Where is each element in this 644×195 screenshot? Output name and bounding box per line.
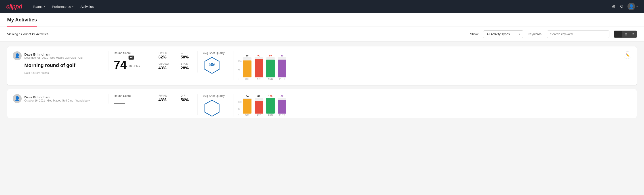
bar-value: 89 — [281, 54, 284, 57]
search-input[interactable] — [547, 30, 610, 38]
list-dense-icon: ☰ — [616, 32, 620, 36]
page-title: My Activities — [7, 17, 37, 26]
stat-fw-hit: FW Hit 62% — [158, 51, 176, 60]
player-row: 👤 Dave Billingham October 16, 2021 · Gog… — [13, 94, 106, 103]
round-score-label: Round Score — [114, 51, 153, 55]
activity-card: 👤 Dave Billingham October 16, 2021 · Gog… — [7, 89, 637, 118]
chevron-down-icon: ▾ — [518, 32, 520, 36]
hexagon-value: 89 — [209, 62, 215, 68]
keywords-label: Keywords: — [528, 32, 542, 36]
show-label: Show: — [470, 32, 479, 36]
bar-label: APP — [256, 114, 261, 116]
player-name: Dave Billingham — [24, 52, 82, 56]
viewing-total: 29 — [32, 32, 36, 36]
score-main: 74 +4 18 Holes — [114, 56, 153, 70]
player-info: Dave Billingham December 05, 2021 · Gog … — [24, 52, 82, 59]
player-date: December 05, 2021 · Gog Magog Golf Club … — [24, 56, 82, 59]
navbar: clippd Teams ▾ Performance ▾ Activities … — [0, 0, 644, 13]
quality-label: Avg Shot Quality — [203, 51, 225, 55]
round-score-label: Round Score — [114, 94, 153, 98]
bar-value: 90 — [258, 54, 260, 57]
avatar: 👤 — [13, 51, 22, 60]
player-date: October 16, 2021 · Gog Magog Golf Club -… — [24, 99, 90, 102]
bar-label: OTT — [245, 114, 250, 116]
hexagon-chart — [203, 99, 221, 115]
stat-fw-hit: FW Hit 43% — [158, 94, 176, 102]
stat-value: 43% — [158, 66, 176, 70]
bar-value: 89 — [269, 54, 272, 57]
chevron-down-icon: ▾ — [44, 5, 45, 8]
chevron-down-icon: ▾ — [636, 5, 638, 8]
view-toggle: ☰ ⊞ ≡ — [614, 30, 637, 38]
bar-value: 106 — [268, 95, 272, 98]
bar-label: PUTT — [279, 114, 285, 116]
stat-label: GIR — [181, 94, 198, 97]
stat-value: 50% — [181, 55, 198, 60]
list-dense-view-button[interactable]: ☰ — [614, 31, 622, 38]
card-bar-chart: 100 50 0 85 OTT 90 — [233, 51, 624, 80]
bar-label: APP — [256, 78, 261, 80]
stat-value: 43% — [158, 98, 176, 102]
chart-y-min: 0 — [238, 78, 242, 80]
bar-label: PUTT — [279, 78, 285, 80]
stat-value: 62% — [158, 55, 176, 60]
viewing-count: 12 — [19, 32, 22, 36]
activity-title: Morning round of golf — [24, 62, 106, 68]
grid-view-button[interactable]: ⊞ — [622, 31, 630, 38]
stat-label: Up/Down — [158, 62, 176, 65]
avatar: 👤 — [13, 94, 22, 103]
card-avg-shot-quality: Avg Shot Quality 89 — [198, 51, 233, 72]
card-score: Round Score 74 +4 18 Holes — [108, 51, 153, 70]
activity-type-dropdown[interactable]: All Activity Types ▾ — [483, 30, 523, 38]
data-source: Data Source: Arccos — [24, 72, 106, 74]
list-icon: ≡ — [632, 32, 634, 36]
player-info: Dave Billingham October 16, 2021 · Gog M… — [24, 95, 90, 102]
chart-y-mid: 50 — [238, 69, 242, 72]
nav-performance[interactable]: Performance ▾ — [49, 3, 76, 10]
stat-value: 56% — [181, 98, 198, 102]
nav-links: Teams ▾ Performance ▾ Activities — [30, 3, 604, 10]
nav-activities[interactable]: Activities — [78, 3, 96, 10]
player-name: Dave Billingham — [24, 95, 90, 99]
card-bar-chart: 100 50 0 94 OTT 82 — [233, 94, 631, 116]
score-holes: 18 Holes — [128, 64, 140, 70]
nav-right: ⊕ ↻ 👤 ▾ — [612, 3, 638, 10]
user-menu[interactable]: 👤 ▾ — [628, 3, 638, 10]
quality-label: Avg Shot Quality — [203, 94, 225, 98]
stat-label: 1 Putt — [181, 62, 198, 65]
card-avg-shot-quality: Avg Shot Quality — [198, 94, 233, 115]
edit-button[interactable]: ✏️ — [624, 51, 631, 59]
player-row: 👤 Dave Billingham December 05, 2021 · Go… — [13, 51, 106, 60]
stat-label: GIR — [181, 51, 198, 54]
score-number: 74 — [114, 59, 127, 70]
stat-one-putt: 1 Putt 28% — [181, 62, 198, 70]
list-view-button[interactable]: ≡ — [630, 31, 637, 38]
add-icon[interactable]: ⊕ — [612, 4, 616, 9]
stat-updown: Up/Down 43% — [158, 62, 176, 70]
bar-value: 82 — [258, 95, 260, 98]
avatar[interactable]: 👤 — [628, 3, 635, 10]
stat-gir: GIR 50% — [181, 51, 198, 60]
grid-icon: ⊞ — [624, 32, 627, 36]
stat-value: 28% — [181, 66, 198, 70]
score-badge: +4 — [128, 56, 134, 60]
viewing-text: Viewing 12 out of 29 Activities — [7, 32, 466, 36]
chevron-down-icon: ▾ — [72, 5, 74, 8]
nav-teams[interactable]: Teams ▾ — [30, 3, 48, 10]
hexagon-chart: 89 — [203, 56, 221, 72]
main-content: 👤 Dave Billingham December 05, 2021 · Go… — [0, 42, 644, 122]
page-header: My Activities — [0, 13, 644, 27]
stat-label: FW Hit — [158, 51, 176, 54]
refresh-icon[interactable]: ↻ — [620, 4, 624, 9]
bar-label: OTT — [245, 78, 250, 80]
card-stats: FW Hit 43% GIR 56% — [153, 94, 198, 102]
stat-gir: GIR 56% — [181, 94, 198, 102]
app-logo[interactable]: clippd — [6, 3, 22, 10]
card-stats: FW Hit 62% GIR 50% Up/Down 43% 1 Putt 28… — [153, 51, 198, 70]
dropdown-value: All Activity Types — [486, 32, 516, 36]
stat-label: FW Hit — [158, 94, 176, 97]
bar-value: 94 — [246, 95, 248, 98]
bar-label: ARG — [268, 114, 273, 116]
bar-label: ARG — [268, 78, 273, 80]
card-score: Round Score — [108, 94, 153, 104]
